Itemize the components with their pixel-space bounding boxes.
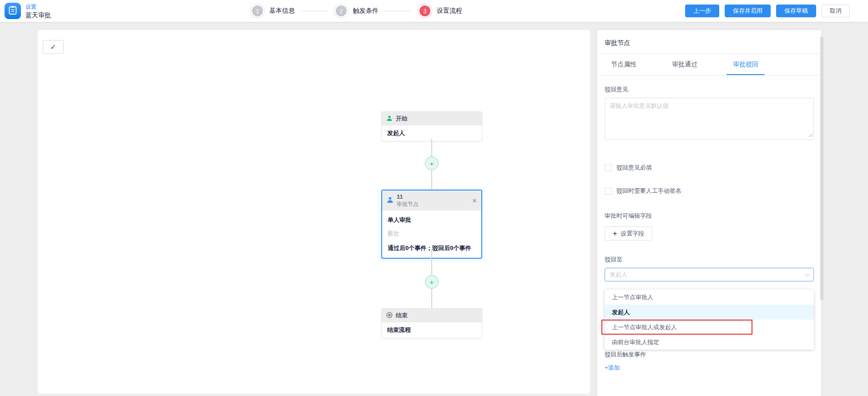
end-node-title: 结束	[396, 311, 408, 320]
app-title: 蓝天审批	[25, 11, 51, 20]
after-reject-events-label: 驳回后触发事件	[605, 351, 814, 359]
step-connector	[385, 11, 411, 11]
chevron-down-icon	[805, 271, 810, 276]
tab-approval-reject[interactable]: 审批驳回	[727, 54, 765, 75]
user-icon	[386, 115, 393, 123]
save-draft-button[interactable]: 保存草稿	[776, 5, 816, 17]
save-and-enable-button[interactable]: 保存并启用	[725, 5, 771, 17]
reject-opinion-textarea[interactable]	[605, 98, 814, 140]
panel-scrollbar[interactable]	[820, 36, 823, 300]
reject-to-label: 驳回至	[605, 256, 814, 264]
editable-fields-label: 审批时可编辑字段	[605, 212, 814, 220]
prev-step-button[interactable]: 上一步	[685, 5, 719, 17]
step-setup-flow: 3 设置流程	[418, 5, 462, 16]
start-node[interactable]: 开始 发起人	[381, 111, 482, 141]
add-node-button[interactable]: +	[425, 275, 439, 289]
checkbox-unchecked-icon[interactable]	[605, 164, 612, 171]
flow-canvas: ✓ 开始 发起人 + 11	[38, 30, 590, 394]
step-2-label: 触发条件	[353, 7, 378, 15]
dropdown-option[interactable]: 上一节点审批人	[605, 290, 814, 305]
user-icon	[387, 196, 394, 205]
topbar-actions: 上一步 保存并启用 保存草稿 取消	[685, 5, 850, 17]
step-3-label: 设置流程	[437, 7, 462, 15]
step-connector	[301, 11, 328, 11]
step-1-label: 基本信息	[269, 7, 295, 15]
start-node-title: 开始	[396, 115, 408, 123]
reject-to-select[interactable]: 发起人	[605, 268, 814, 281]
manual-signature-row[interactable]: 驳回时需要人工手动签名	[605, 187, 814, 195]
reject-to-dropdown: 上一节点审批人 发起人 上一节点审批人或发起人 由前台审批人指定	[605, 290, 814, 350]
tab-node-properties[interactable]: 节点属性	[605, 54, 643, 75]
close-icon[interactable]: ×	[472, 197, 477, 205]
check-icon: ✓	[50, 43, 56, 51]
step-2-circle: 2	[336, 5, 347, 16]
set-fields-button[interactable]: + 设置字段	[605, 226, 652, 241]
start-node-header: 开始	[382, 112, 482, 125]
reject-opinion-required-row[interactable]: 驳回意见必填	[605, 164, 814, 172]
step-1-circle: 1	[252, 5, 263, 16]
dropdown-option-annotated[interactable]: 上一节点审批人或发起人	[605, 320, 814, 335]
add-event-link[interactable]: +添加	[605, 364, 620, 372]
reject-opinion-label: 驳回意见	[605, 85, 814, 94]
approval-node-title: 11	[397, 193, 419, 201]
add-node-button[interactable]: +	[425, 156, 439, 170]
end-node-body: 结束流程	[382, 322, 482, 338]
plus-icon: +	[430, 160, 434, 167]
approval-node[interactable]: 11 审批节点 × 单人审批 蔡壮 通过后0个事件；驳回后0个事件	[381, 190, 482, 259]
stepper: 1 基本信息 2 触发条件 3 设置流程	[250, 0, 462, 22]
approval-node-subtitle: 审批节点	[397, 201, 419, 208]
checkbox-label: 驳回意见必填	[616, 164, 652, 172]
plus-icon: +	[613, 230, 617, 237]
clipboard-icon	[9, 5, 17, 16]
end-node[interactable]: 结束 结束流程	[381, 308, 482, 338]
panel-title: 审批节点	[597, 30, 821, 54]
end-node-header: 结束	[382, 309, 482, 322]
checkbox-unchecked-icon[interactable]	[605, 187, 612, 195]
multi-select-button[interactable]: ✓	[43, 40, 64, 54]
dropdown-option-selected[interactable]: 发起人	[605, 305, 814, 320]
step-trigger-condition: 2 触发条件	[334, 5, 378, 16]
approval-mode: 单人审批	[388, 216, 476, 224]
checkbox-label: 驳回时需要人工手动签名	[616, 187, 681, 195]
reject-to-value: 发起人	[610, 271, 627, 279]
dropdown-option[interactable]: 由前台审批人指定	[605, 335, 814, 350]
step-3-circle: 3	[419, 5, 430, 16]
approval-assignee: 蔡壮	[388, 230, 476, 238]
top-bar: 设置 蓝天审批 1 基本信息 2 触发条件 3 设置流程 上一步 保存并启用 保…	[0, 0, 868, 22]
cancel-button[interactable]: 取消	[822, 5, 850, 17]
step-basic-info: 1 基本信息	[250, 5, 295, 16]
panel-tabs: 节点属性 审批通过 审批驳回	[597, 54, 821, 75]
node-settings-panel: 审批节点 节点属性 审批通过 审批驳回 驳回意见 驳回意见必填 驳回时需要人工手…	[597, 30, 821, 396]
tab-approval-pass[interactable]: 审批通过	[666, 54, 704, 75]
app-logo	[5, 3, 21, 19]
approval-node-header: 11 审批节点 ×	[382, 190, 481, 211]
settings-link[interactable]: 设置	[25, 3, 36, 11]
end-target-icon	[386, 312, 393, 320]
set-fields-label: 设置字段	[621, 230, 644, 238]
plus-icon: +	[430, 278, 434, 286]
